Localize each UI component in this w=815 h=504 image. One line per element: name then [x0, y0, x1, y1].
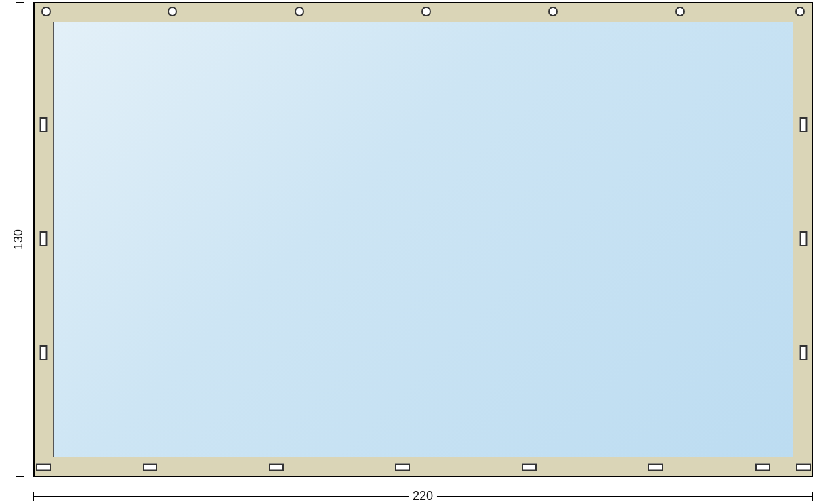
slot-icon	[755, 464, 770, 471]
eyelet-icon	[295, 7, 304, 16]
slot-icon	[800, 117, 808, 132]
dimension-width-label: 220	[409, 489, 437, 503]
tarp-surface	[53, 22, 793, 457]
slot-icon	[143, 464, 157, 471]
slot-icon	[800, 231, 808, 246]
eyelet-icon	[41, 7, 51, 16]
eyelet-icon	[795, 7, 805, 16]
slot-icon	[40, 231, 48, 246]
slot-icon	[269, 464, 284, 471]
slot-icon	[36, 464, 51, 471]
dimension-height-label: 130	[12, 225, 26, 254]
eyelet-icon	[548, 7, 558, 16]
diagram-stage: 220 130	[0, 0, 815, 504]
slot-icon	[648, 464, 663, 471]
eyelet-icon	[421, 7, 431, 16]
slot-icon	[40, 117, 48, 132]
slot-icon	[796, 464, 811, 471]
eyelet-icon	[168, 7, 177, 16]
slot-icon	[40, 345, 48, 360]
slot-icon	[522, 464, 537, 471]
slot-icon	[395, 464, 410, 471]
slot-icon	[800, 345, 808, 360]
eyelet-icon	[675, 7, 685, 16]
